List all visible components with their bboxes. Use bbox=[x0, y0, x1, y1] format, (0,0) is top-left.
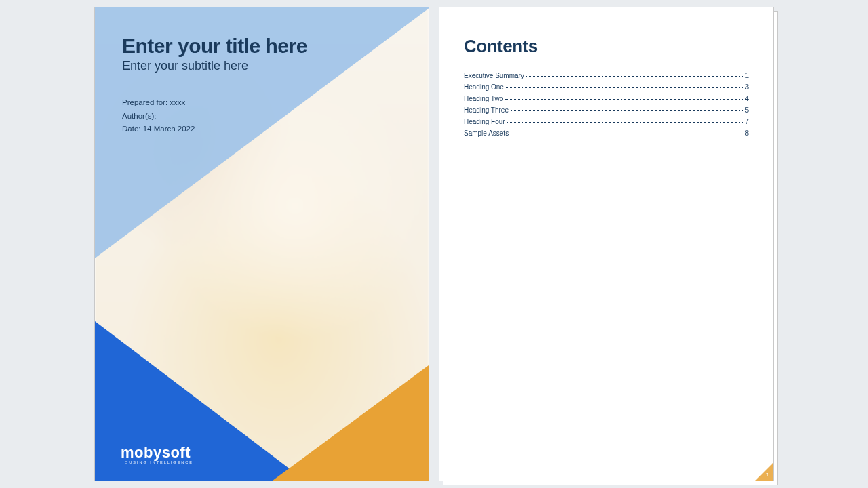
toc-row: Heading Four 7 bbox=[464, 118, 749, 125]
toc-page-ref: 3 bbox=[745, 83, 749, 91]
toc-label: Heading Two bbox=[464, 95, 503, 102]
toc-leader-dots bbox=[511, 134, 743, 134]
toc-page: Contents Executive Summary 1 Heading One… bbox=[439, 7, 774, 481]
triangle-bottom-right bbox=[273, 365, 429, 481]
brand-name: mobysoft bbox=[121, 444, 193, 462]
toc-label: Executive Summary bbox=[464, 72, 524, 79]
document-spread: Enter your title here Enter your subtitl… bbox=[94, 7, 774, 481]
toc-page-ref: 1 bbox=[745, 72, 749, 79]
toc-label: Heading Four bbox=[464, 118, 505, 125]
toc-row: Sample Assets 8 bbox=[464, 129, 749, 137]
toc-page-stack: Contents Executive Summary 1 Heading One… bbox=[439, 7, 774, 481]
toc-row: Executive Summary 1 bbox=[464, 72, 749, 79]
cover-authors: Author(s): bbox=[122, 110, 401, 123]
cover-title: Enter your title here bbox=[122, 35, 401, 58]
toc-leader-dots bbox=[511, 110, 743, 111]
cover-meta: Prepared for: xxxx Author(s): Date: 14 M… bbox=[122, 96, 401, 136]
cover-date: Date: 14 March 2022 bbox=[122, 123, 401, 136]
cover-page: Enter your title here Enter your subtitl… bbox=[94, 7, 429, 481]
cover-prepared-for: Prepared for: xxxx bbox=[122, 96, 401, 110]
brand-tagline: HOUSING INTELLIGENCE bbox=[121, 460, 193, 464]
toc-page-ref: 7 bbox=[745, 118, 749, 125]
toc-row: Heading One 3 bbox=[464, 83, 749, 91]
brand-logo: mobysoft HOUSING INTELLIGENCE bbox=[121, 444, 193, 464]
toc-page-ref: 4 bbox=[745, 95, 749, 102]
toc-content: Contents Executive Summary 1 Heading One… bbox=[464, 36, 749, 139]
corner-fold-icon bbox=[755, 463, 773, 481]
toc-heading: Contents bbox=[464, 36, 749, 57]
cover-subtitle: Enter your subtitle here bbox=[122, 59, 401, 73]
toc-label: Heading One bbox=[464, 83, 504, 91]
toc-row: Heading Two 4 bbox=[464, 95, 749, 102]
toc-leader-dots bbox=[506, 87, 743, 88]
toc-leader-dots bbox=[505, 99, 743, 100]
toc-page-ref: 8 bbox=[745, 129, 749, 137]
cover-text-block: Enter your title here Enter your subtitl… bbox=[122, 35, 401, 136]
toc-leader-dots bbox=[526, 76, 743, 77]
toc-label: Heading Three bbox=[464, 106, 509, 114]
toc-row: Heading Three 5 bbox=[464, 106, 749, 114]
toc-page-ref: 5 bbox=[745, 106, 749, 114]
toc-leader-dots bbox=[507, 122, 743, 123]
toc-label: Sample Assets bbox=[464, 129, 509, 137]
page-number: 1 bbox=[766, 472, 769, 478]
